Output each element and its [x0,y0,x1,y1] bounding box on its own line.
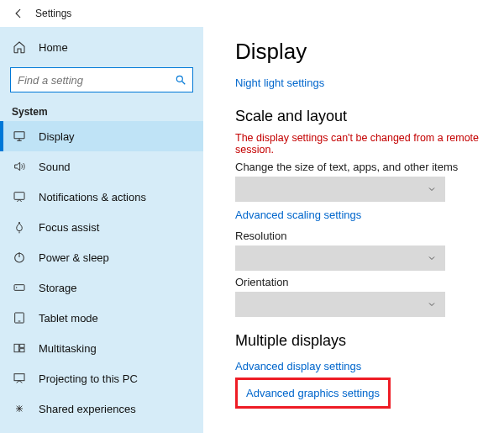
shared-experiences-icon [12,401,27,416]
sidebar-item-label: Tablet mode [39,312,98,325]
sidebar-item-label: Projecting to this PC [39,372,138,385]
svg-point-17 [18,408,21,410]
tablet-icon [12,310,27,325]
sidebar-item-shared-experiences[interactable]: Shared experiences [0,393,203,424]
sidebar-item-label: Multitasking [39,342,97,355]
scale-dropdown[interactable] [235,177,445,202]
sound-icon [12,159,27,174]
sidebar-item-notifications[interactable]: Notifications & actions [0,182,203,212]
sidebar-item-label: Storage [39,282,77,294]
power-icon [12,250,27,265]
arrow-left-icon [13,8,24,19]
highlight-box: Advanced graphics settings [235,378,391,409]
sidebar-item-multitasking[interactable]: Multitasking [0,333,203,363]
content-area: Display Night light settings Scale and l… [203,27,504,433]
window-title: Settings [35,8,71,19]
sidebar-home[interactable]: Home [0,32,203,62]
orientation-field-label: Orientation [235,276,489,288]
advanced-scaling-link[interactable]: Advanced scaling settings [235,209,361,221]
notifications-icon [12,189,27,204]
multiple-displays-heading: Multiple displays [235,332,489,350]
sidebar-item-projecting[interactable]: Projecting to this PC [0,363,203,393]
orientation-dropdown[interactable] [235,292,445,317]
chevron-down-icon [427,299,437,309]
home-icon [12,40,27,55]
sidebar-item-sound[interactable]: Sound [0,151,203,182]
back-button[interactable] [7,8,30,19]
sidebar-item-label: Power & sleep [39,251,109,264]
storage-icon [12,280,27,295]
resolution-dropdown[interactable] [235,246,445,271]
svg-rect-15 [20,349,24,352]
sidebar-item-label: Display [39,130,75,143]
svg-line-1 [182,82,186,85]
scale-field-label: Change the size of text, apps, and other… [235,161,489,173]
search-container [0,62,203,99]
sidebar-item-tablet-mode[interactable]: Tablet mode [0,303,203,333]
svg-rect-13 [14,344,18,351]
sidebar-item-display[interactable]: Display [0,121,203,151]
remote-session-warning: The display settings can't be changed fr… [235,132,489,156]
sidebar-item-label: Shared experiences [39,403,136,415]
svg-rect-2 [14,132,24,139]
settings-window: Settings Home System [0,0,504,433]
window-body: Home System Display [0,27,504,433]
night-light-link[interactable]: Night light settings [235,77,324,89]
display-icon [12,129,27,144]
sidebar-item-label: Sound [39,161,71,173]
svg-rect-9 [14,285,24,291]
svg-rect-16 [14,374,24,381]
sidebar-item-power-sleep[interactable]: Power & sleep [0,242,203,272]
focus-assist-icon [12,219,27,235]
sidebar-home-label: Home [39,41,68,54]
advanced-display-link[interactable]: Advanced display settings [235,360,361,372]
resolution-field-label: Resolution [235,230,489,242]
projecting-icon [12,371,27,386]
multitasking-icon [12,341,27,356]
sidebar-item-focus-assist[interactable]: Focus assist [0,212,203,242]
chevron-down-icon [427,253,437,263]
sidebar-item-label: Notifications & actions [39,191,146,203]
search-box[interactable] [10,67,193,92]
advanced-graphics-link[interactable]: Advanced graphics settings [246,387,380,399]
sidebar-section-label: System [0,99,203,121]
svg-rect-14 [20,344,24,347]
svg-rect-5 [14,193,24,200]
search-input[interactable] [16,73,174,87]
search-icon [174,73,187,87]
page-title: Display [235,39,489,65]
scale-layout-heading: Scale and layout [235,108,489,125]
titlebar: Settings [0,0,504,27]
sidebar: Home System Display [0,27,203,433]
svg-point-0 [176,76,182,82]
svg-point-10 [16,287,17,288]
sidebar-item-storage[interactable]: Storage [0,272,203,303]
chevron-down-icon [427,184,437,194]
sidebar-item-label: Focus assist [39,221,99,234]
